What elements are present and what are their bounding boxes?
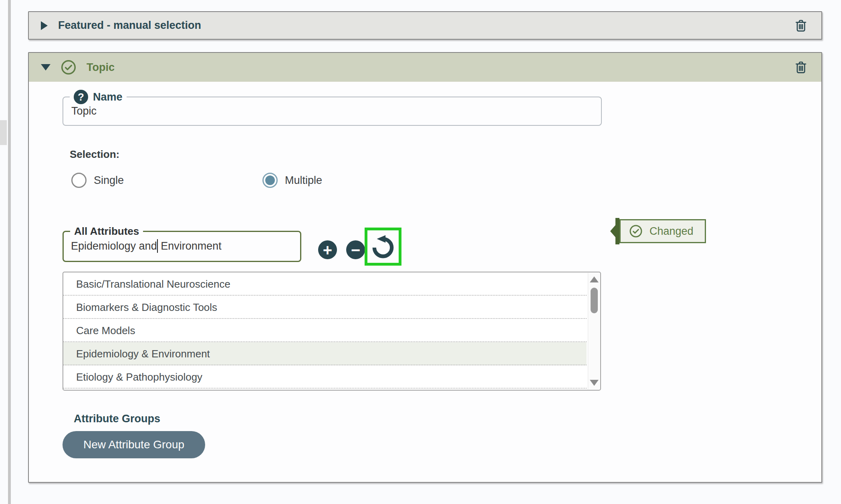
vertical-divider — [8, 0, 11, 504]
name-input[interactable] — [63, 104, 574, 117]
trash-icon — [793, 18, 809, 33]
scroll-down-icon[interactable] — [590, 380, 599, 386]
name-legend: ? Name — [70, 90, 127, 104]
radio-single[interactable]: Single — [71, 173, 124, 188]
undo-highlight-box — [365, 228, 401, 266]
selection-label: Selection: — [70, 148, 119, 161]
new-attribute-group-button[interactable]: New Attribute Group — [63, 431, 205, 458]
list-item[interactable]: Care Models — [63, 319, 587, 342]
radio-circle-icon[interactable] — [71, 173, 87, 188]
topic-panel-header[interactable]: Topic — [29, 53, 821, 82]
changed-badge: Changed — [610, 218, 706, 244]
caret-down-icon[interactable] — [41, 64, 50, 71]
badge-notch-icon — [610, 225, 615, 237]
minus-icon: − — [351, 242, 360, 258]
scrollbar-thumb[interactable] — [591, 288, 598, 313]
radio-multiple[interactable]: Multiple — [262, 173, 322, 188]
featured-panel-title: Featured - manual selection — [58, 19, 201, 32]
listbox-scrollbar[interactable] — [588, 273, 600, 389]
undo-button[interactable] — [371, 234, 395, 259]
attributes-listbox: Basic/Translational Neuroscience Biomark… — [63, 272, 601, 391]
question-mark-icon[interactable]: ? — [74, 90, 88, 104]
attribute-groups-label: Attribute Groups — [74, 413, 160, 425]
list-item[interactable]: Basic/Translational Neuroscience — [63, 272, 587, 296]
topic-panel: Topic ? Name Selection: Single Multiple — [28, 52, 822, 483]
name-label: Name — [93, 91, 123, 103]
list-item-highlighted[interactable]: Epidemiology & Environment — [63, 342, 587, 365]
list-item[interactable]: Etiology & Pathophysiology — [63, 365, 587, 389]
add-attribute-button[interactable]: + — [318, 240, 337, 259]
circle-check-icon — [629, 224, 643, 238]
featured-panel: Featured - manual selection — [28, 11, 822, 40]
all-attributes-legend: All Attributes — [70, 225, 143, 238]
delete-topic-button[interactable] — [793, 59, 809, 76]
name-fieldset: ? Name — [63, 90, 602, 126]
all-attributes-label: All Attributes — [74, 225, 139, 238]
changed-badge-label: Changed — [649, 225, 694, 238]
input-text-after-caret: Environment — [158, 240, 222, 252]
all-attributes-input[interactable]: Epidemiology and Environment — [64, 238, 300, 253]
side-scrollbar-thumb[interactable] — [0, 120, 7, 145]
trash-icon — [793, 60, 809, 75]
delete-featured-button[interactable] — [793, 17, 809, 34]
radio-circle-icon[interactable] — [262, 173, 278, 188]
radio-single-label: Single — [94, 174, 124, 187]
badge-bar — [615, 218, 619, 244]
input-text-before-caret: Epidemiology and — [71, 240, 157, 252]
caret-right-icon[interactable] — [41, 21, 48, 30]
list-item[interactable]: Biomarkers & Diagnostic Tools — [63, 296, 587, 319]
plus-icon: + — [323, 242, 332, 258]
featured-panel-header[interactable]: Featured - manual selection — [29, 12, 821, 39]
radio-dot — [265, 175, 275, 185]
scroll-up-icon[interactable] — [590, 276, 599, 282]
remove-attribute-button[interactable]: − — [346, 240, 365, 259]
radio-multiple-label: Multiple — [285, 174, 322, 187]
list-rows: Basic/Translational Neuroscience Biomark… — [63, 272, 587, 389]
circle-check-icon — [60, 59, 77, 76]
topic-panel-title: Topic — [87, 61, 115, 74]
all-attributes-fieldset: All Attributes Epidemiology and Environm… — [63, 225, 301, 262]
badge-box: Changed — [619, 219, 706, 243]
undo-icon — [371, 234, 395, 259]
